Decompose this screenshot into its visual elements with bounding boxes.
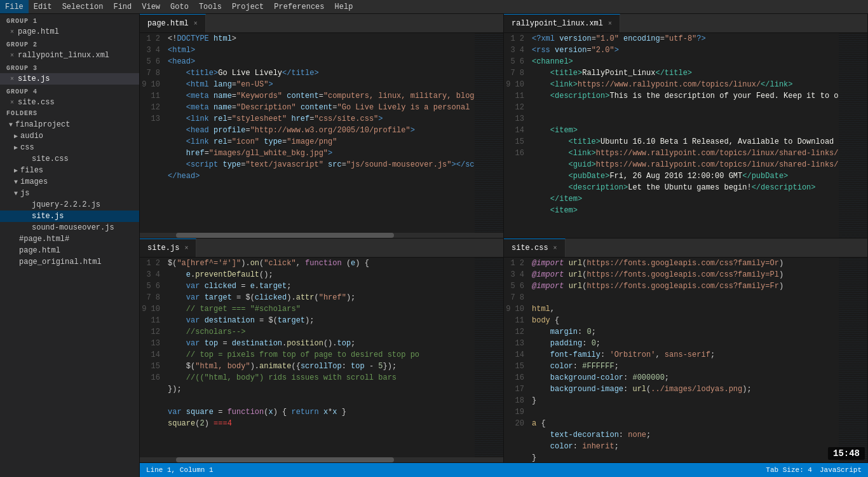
code-area-1[interactable]: 1 2 3 4 5 6 7 8 9 10 11 12 13 <!DOCTYPE … (140, 33, 503, 233)
menu-project[interactable]: Project (227, 0, 269, 13)
line-numbers-1: 1 2 3 4 5 6 7 8 9 10 11 12 13 (140, 33, 165, 233)
tree-site-css-file[interactable]: site.css (0, 153, 139, 165)
menu-edit[interactable]: Edit (29, 0, 57, 13)
tab-label: site.js (147, 244, 179, 252)
close-icon[interactable]: × (10, 29, 14, 36)
line-numbers-2: 1 2 3 4 5 6 7 8 9 10 11 12 13 14 15 16 (504, 33, 529, 238)
sidebar-label: page.html (18, 27, 59, 36)
tree-page-html-hash[interactable]: #page.html# (0, 233, 139, 245)
tab-label: page.html (147, 19, 189, 28)
spacer (9, 247, 17, 254)
sidebar-label: rallypoint_linux.xml (18, 51, 109, 60)
tab-close-icon[interactable]: × (184, 245, 188, 252)
tab-close-icon[interactable]: × (553, 245, 557, 252)
menu-file[interactable]: File (0, 0, 29, 13)
code-content-4[interactable]: @import url(https://fonts.googleapis.com… (529, 258, 839, 462)
tree-jquery[interactable]: jquery-2.2.2.js (0, 199, 139, 211)
code-content-3[interactable]: $("a[href^='#']").on("click", function (… (165, 258, 475, 457)
tab-size: Tab Size: 4 (766, 466, 812, 474)
tree-site-js-file[interactable]: site.js (0, 211, 139, 222)
clock-badge: 15:48 (828, 447, 865, 460)
arrow-icon: ▶ (14, 167, 18, 174)
tab-rallypoint[interactable]: rallypoint_linux.xml × (504, 14, 620, 32)
tree-sound-mouseover[interactable]: sound-mouseover.js (0, 222, 139, 233)
editor-area: page.html × 1 2 3 4 5 6 7 8 9 10 11 12 1… (140, 14, 868, 477)
arrow-icon: ▶ (14, 144, 18, 151)
menu-help[interactable]: Help (330, 0, 358, 13)
editor-grid: page.html × 1 2 3 4 5 6 7 8 9 10 11 12 1… (140, 14, 868, 463)
statusbar-right: Tab Size: 4 JavaScript (766, 466, 862, 474)
main-layout: GROUP 1 × page.html GROUP 2 × rallypoint… (0, 14, 868, 477)
minimap-4 (839, 258, 867, 462)
arrow-icon: ▶ (14, 132, 18, 140)
tree-page-original[interactable]: page_original.html (0, 256, 139, 268)
minimap-3 (475, 258, 503, 457)
spacer (9, 236, 17, 243)
panel-rallypoint: rallypoint_linux.xml × 1 2 3 4 5 6 7 8 9… (504, 14, 868, 238)
sidebar-item-page-html[interactable]: × page.html (0, 26, 139, 38)
sidebar: GROUP 1 × page.html GROUP 2 × rallypoint… (0, 14, 140, 477)
tree-page-html[interactable]: page.html (0, 245, 139, 256)
tree-files[interactable]: ▶files (0, 165, 139, 176)
close-icon[interactable]: × (10, 76, 14, 83)
tab-bar-1: page.html × (140, 14, 503, 33)
group4-header: GROUP 4 (0, 85, 139, 97)
menu-preferences[interactable]: Preferences (269, 0, 329, 13)
statusbar-left: Line 1, Column 1 (146, 466, 214, 474)
tree-images[interactable]: ▼images (0, 176, 139, 188)
arrow-icon: ▼ (14, 190, 18, 197)
spacer (22, 202, 29, 209)
scrollbar-h-3[interactable] (140, 457, 503, 462)
sidebar-label: site.css (18, 98, 55, 107)
tab-close-icon[interactable]: × (194, 20, 198, 27)
menubar: File Edit Selection Find View Goto Tools… (0, 0, 868, 14)
menu-find[interactable]: Find (108, 0, 137, 13)
tab-site-js[interactable]: site.js × (140, 238, 196, 257)
tab-bar-2: rallypoint_linux.xml × (504, 14, 867, 33)
cursor-position: Line 1, Column 1 (146, 466, 214, 474)
close-icon[interactable]: × (10, 52, 14, 59)
line-numbers-3: 1 2 3 4 5 6 7 8 9 10 11 12 13 14 15 16 (140, 258, 165, 457)
code-area-2[interactable]: 1 2 3 4 5 6 7 8 9 10 11 12 13 14 15 16 <… (504, 33, 867, 238)
tree-css[interactable]: ▶css (0, 142, 139, 153)
tab-label: rallypoint_linux.xml (512, 19, 603, 28)
tab-label: site.css (512, 244, 548, 252)
menu-tools[interactable]: Tools (194, 0, 227, 13)
tab-bar-4: site.css × (504, 238, 867, 258)
panel-page-html: page.html × 1 2 3 4 5 6 7 8 9 10 11 12 1… (140, 14, 504, 238)
spacer (22, 213, 29, 220)
arrow-icon (22, 156, 29, 163)
spacer (9, 259, 17, 266)
panel-site-js: site.js × 1 2 3 4 5 6 7 8 9 10 11 12 13 … (140, 238, 504, 463)
sidebar-item-rallypoint[interactable]: × rallypoint_linux.xml (0, 50, 139, 61)
code-area-3[interactable]: 1 2 3 4 5 6 7 8 9 10 11 12 13 14 15 16 $… (140, 258, 503, 457)
folders-label: FOLDERS (0, 108, 139, 119)
language-mode: JavaScript (820, 466, 862, 474)
tree-js[interactable]: ▼js (0, 188, 139, 199)
panel-site-css: site.css × 1 2 3 4 5 6 7 8 9 10 11 12 13… (504, 238, 868, 463)
minimap-1 (475, 33, 503, 233)
arrow-icon: ▼ (9, 121, 13, 128)
code-area-4[interactable]: 1 2 3 4 5 6 7 8 9 10 11 12 13 14 15 16 1… (504, 258, 867, 462)
menu-view[interactable]: View (137, 0, 165, 13)
close-icon[interactable]: × (10, 99, 14, 106)
sidebar-item-site-css[interactable]: × site.css (0, 97, 139, 108)
tab-close-icon[interactable]: × (608, 20, 612, 27)
group1-header: GROUP 1 (0, 14, 139, 26)
tab-site-css[interactable]: site.css × (504, 238, 566, 257)
tree-finalproject[interactable]: ▼finalproject (0, 119, 139, 130)
sidebar-item-site-js[interactable]: × site.js (0, 73, 139, 85)
group3-header: GROUP 3 (0, 61, 139, 73)
code-content-1[interactable]: <!DOCTYPE html> <html> <head> <title>Go … (165, 33, 475, 233)
minimap-2 (839, 33, 867, 238)
spacer (22, 225, 29, 232)
group2-header: GROUP 2 (0, 38, 139, 50)
tab-page-html[interactable]: page.html × (140, 14, 206, 32)
scrollbar-h-1[interactable] (140, 233, 503, 238)
menu-selection[interactable]: Selection (57, 0, 109, 13)
menu-goto[interactable]: Goto (165, 0, 194, 13)
sidebar-label: site.js (18, 74, 50, 83)
code-content-2[interactable]: <?xml version="1.0" encoding="utf-8"?> <… (529, 33, 839, 238)
arrow-icon: ▼ (14, 179, 18, 186)
tree-audio[interactable]: ▶audio (0, 130, 139, 142)
